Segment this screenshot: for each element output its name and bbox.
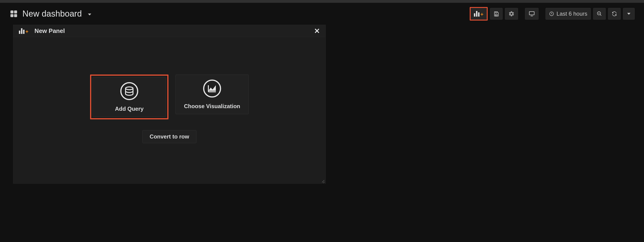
dashboard-grid-icon xyxy=(10,10,18,18)
cycle-view-mode-button[interactable] xyxy=(525,8,538,20)
time-range-button[interactable]: Last 6 hours xyxy=(546,8,591,20)
add-query-label: Add Query xyxy=(115,106,144,112)
refresh-button[interactable] xyxy=(608,8,621,20)
panel-header: + New Panel ✕ xyxy=(13,25,326,37)
svg-rect-2 xyxy=(10,14,14,17)
add-panel-button[interactable]: + xyxy=(471,8,487,20)
new-panel: + New Panel ✕ Add Query xyxy=(13,25,326,184)
chevron-down-icon xyxy=(627,13,630,15)
dashboard-settings-button[interactable] xyxy=(505,8,518,20)
svg-point-10 xyxy=(126,87,133,90)
panel-resize-handle[interactable] xyxy=(321,179,324,183)
dashboard-title: New dashboard xyxy=(22,9,82,19)
dashboard-canvas: + New Panel ✕ Add Query xyxy=(0,25,644,184)
bar-chart-plus-icon: + xyxy=(19,28,28,34)
gear-icon xyxy=(508,11,514,17)
dashboard-title-group[interactable]: New dashboard xyxy=(10,9,91,19)
zoom-out-icon xyxy=(597,11,602,17)
convert-to-row-button[interactable]: Convert to row xyxy=(142,130,196,143)
dashboard-toolbar: New dashboard + xyxy=(0,3,644,25)
choose-visualization-label: Choose Visualization xyxy=(184,103,240,110)
refresh-interval-button[interactable] xyxy=(623,8,635,20)
svg-rect-4 xyxy=(495,14,497,16)
browser-chrome-bar xyxy=(0,0,644,3)
svg-rect-5 xyxy=(495,12,497,13)
panel-body: Add Query Choose Visualization Convert t… xyxy=(13,37,326,143)
save-icon xyxy=(494,11,499,17)
svg-rect-1 xyxy=(14,11,17,14)
svg-rect-6 xyxy=(529,12,534,15)
clock-icon xyxy=(549,11,554,16)
monitor-icon xyxy=(528,11,535,17)
zoom-out-button[interactable] xyxy=(593,8,606,20)
svg-rect-0 xyxy=(10,11,14,14)
chevron-down-icon xyxy=(88,14,91,16)
choose-visualization-button[interactable]: Choose Visualization xyxy=(176,75,249,114)
bar-chart-plus-icon: + xyxy=(474,11,484,17)
panel-actions-row: Add Query Choose Visualization xyxy=(90,75,249,119)
panel-title: New Panel xyxy=(34,27,65,35)
add-panel-highlight: + xyxy=(470,7,488,21)
convert-to-row-label: Convert to row xyxy=(150,133,189,140)
time-range-label: Last 6 hours xyxy=(556,11,587,17)
toolbar-right: + Last xyxy=(470,7,635,21)
add-query-highlight: Add Query xyxy=(90,75,168,119)
svg-rect-3 xyxy=(14,14,17,17)
close-panel-button[interactable]: ✕ xyxy=(314,28,320,35)
refresh-icon xyxy=(612,11,617,17)
add-query-button[interactable]: Add Query xyxy=(93,77,166,117)
chart-icon xyxy=(203,79,222,98)
svg-point-11 xyxy=(204,80,220,97)
svg-point-9 xyxy=(121,83,138,100)
database-icon xyxy=(120,82,138,100)
save-dashboard-button[interactable] xyxy=(490,8,502,20)
